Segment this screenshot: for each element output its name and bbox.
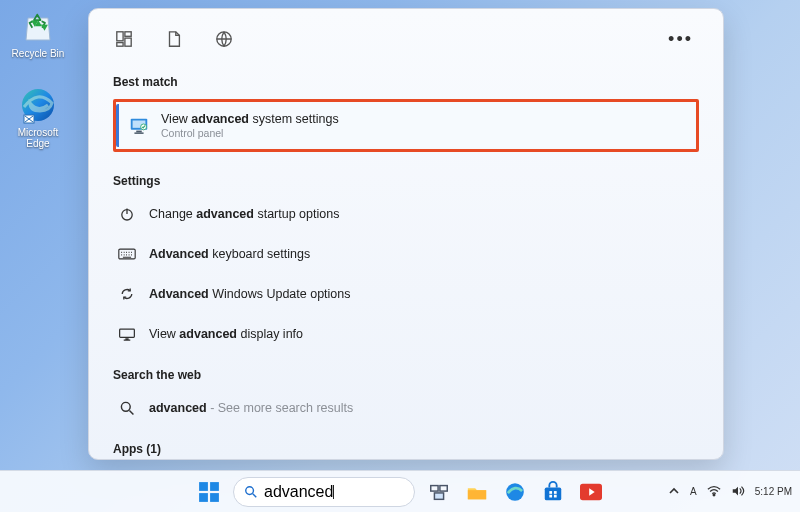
svg-rect-4 [125,38,131,46]
svg-rect-21 [431,485,438,491]
settings-result[interactable]: Change advanced startup options [113,196,699,232]
svg-rect-16 [199,482,208,491]
svg-rect-18 [199,493,208,502]
start-button[interactable] [195,478,223,506]
more-options-button[interactable]: ••• [662,29,699,50]
svg-rect-24 [468,490,486,499]
search-icon [117,398,137,418]
clock[interactable]: 5:12 PM [755,486,792,497]
wifi-icon[interactable] [707,485,721,499]
best-match-result[interactable]: View advanced system settings Control pa… [116,104,696,147]
t: advanced [179,327,237,341]
filter-apps-icon[interactable] [113,28,135,50]
svg-rect-23 [434,492,443,498]
settings-result[interactable]: View advanced display info [113,316,699,352]
svg-rect-27 [549,491,552,494]
taskbar-center: advanced [195,477,605,507]
svg-rect-17 [210,482,219,491]
taskbar-app-explorer[interactable] [463,478,491,506]
text-pre: View [161,112,191,126]
settings-result[interactable]: Advanced keyboard settings [113,236,699,272]
language-indicator[interactable]: A [690,486,697,497]
section-apps: Apps (1) [113,442,699,456]
monitor-settings-icon [127,114,151,138]
taskbar: advanced A 5:12 PM [0,470,800,512]
t: View [149,327,179,341]
t: advanced [149,401,207,415]
t: Advanced [149,287,209,301]
svg-rect-22 [440,485,447,491]
svg-rect-14 [120,329,135,337]
svg-rect-19 [210,493,219,502]
search-icon [244,485,258,499]
t: - See more search results [207,401,354,415]
settings-result[interactable]: Advanced Windows Update options [113,276,699,312]
text-post: system settings [249,112,339,126]
display-icon [117,324,137,344]
t: startup options [254,207,339,221]
volume-icon[interactable] [731,485,745,499]
svg-rect-30 [554,494,557,497]
svg-rect-9 [136,130,142,132]
svg-rect-3 [125,32,131,37]
t: advanced [196,207,254,221]
svg-rect-29 [549,494,552,497]
taskbar-app-store[interactable] [539,478,567,506]
text-caret [333,485,334,499]
svg-point-20 [246,486,254,494]
task-view-button[interactable] [425,478,453,506]
search-input-value: advanced [264,483,333,501]
section-search-web: Search the web [113,368,699,382]
svg-rect-10 [134,132,143,133]
desktop-icon-edge[interactable]: Microsoft Edge [6,85,70,149]
search-scope-filters: ••• [113,21,699,57]
system-tray[interactable]: A 5:12 PM [668,485,792,499]
web-result[interactable]: advanced - See more search results [113,390,699,426]
search-results-flyout: ••• Best match View advanced system sett… [88,8,724,460]
best-match-text: View advanced system settings Control pa… [161,112,339,139]
filter-documents-icon[interactable] [163,28,185,50]
text-bold: advanced [191,112,249,126]
svg-rect-26 [545,487,562,500]
section-best-match: Best match [113,75,699,89]
t: Advanced [149,247,209,261]
desktop-icon-label: Microsoft Edge [18,127,59,149]
taskbar-app-generic[interactable] [577,478,605,506]
section-settings: Settings [113,174,699,188]
t: Windows Update options [209,287,351,301]
filter-web-icon[interactable] [213,28,235,50]
settings-results-list: Change advanced startup options Advanced… [113,196,699,352]
keyboard-icon [117,244,137,264]
chevron-up-icon[interactable] [668,485,680,499]
svg-point-32 [713,494,715,496]
taskbar-search[interactable]: advanced [233,477,415,507]
t: Change [149,207,196,221]
recycle-bin-icon [18,6,58,46]
highlight-annotation: View advanced system settings Control pa… [113,99,699,152]
taskbar-app-edge[interactable] [501,478,529,506]
svg-rect-2 [117,32,123,41]
t: keyboard settings [209,247,310,261]
svg-point-15 [121,402,130,411]
desktop-icon-label: Recycle Bin [12,48,65,59]
desktop-icons: Recycle Bin Microsoft Edge [6,6,70,149]
clock-time: 5:12 PM [755,486,792,497]
best-match-subtitle: Control panel [161,127,339,139]
desktop-icon-recycle-bin[interactable]: Recycle Bin [6,6,70,59]
update-icon [117,284,137,304]
t: display info [237,327,303,341]
power-icon [117,204,137,224]
svg-rect-28 [554,491,557,494]
edge-icon [18,85,58,125]
svg-rect-5 [117,43,123,47]
